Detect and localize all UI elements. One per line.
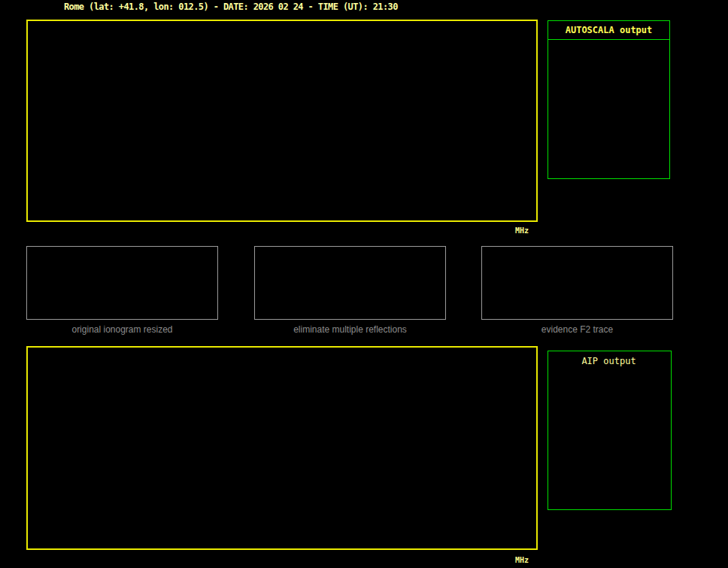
thumbnail-caption-2: eliminate multiple reflections	[254, 324, 446, 335]
thumbnail-canvas-3	[482, 247, 672, 319]
fxI-marker-label: fxI	[0, 0, 17, 11]
ionogram-canvas-bottom	[28, 348, 536, 548]
window-title: Rome (lat: +41.8, lon: 012.5) - DATE: 20…	[64, 2, 398, 12]
thumbnail-evidence-f2	[481, 246, 673, 320]
thumbnail-caption-1: original ionogram resized	[26, 324, 218, 335]
thumbnail-canvas-2	[255, 247, 445, 319]
thumbnail-caption-3: evidence F2 trace	[481, 324, 673, 335]
thumbnail-canvas-1	[27, 247, 217, 319]
aip-table-title: AIP output	[548, 351, 670, 371]
autoscala-table-title: AUTOSCALA output	[548, 21, 669, 40]
aip-output-table	[548, 351, 672, 510]
ionogram-canvas-top	[28, 21, 536, 220]
x-axis-unit-top: MHz	[515, 226, 529, 235]
thumbnail-eliminate-reflections	[254, 246, 446, 320]
x-axis-unit-bottom: MHz	[515, 556, 529, 564]
thumbnail-original-ionogram	[26, 246, 218, 320]
autoscala-output-table: AUTOSCALA output	[548, 20, 670, 179]
